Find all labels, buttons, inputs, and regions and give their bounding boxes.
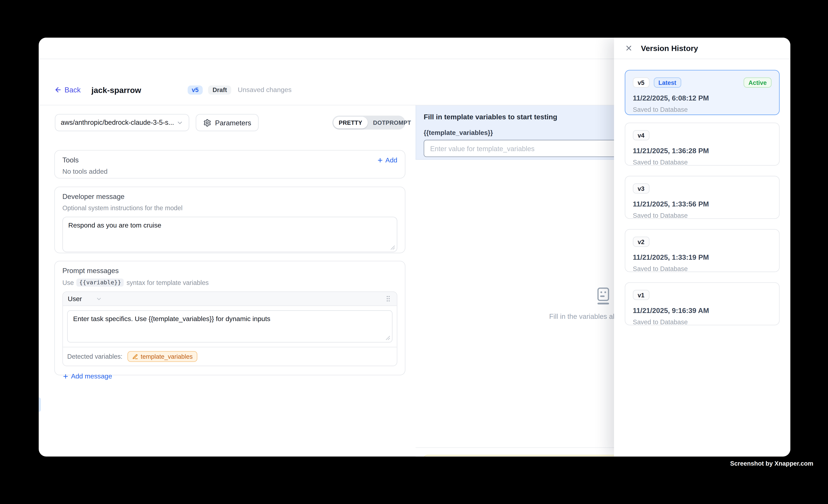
version-history-header: Version History (614, 38, 790, 59)
tools-empty-text: No tools added (62, 168, 397, 175)
edge-peek-element (39, 397, 41, 412)
add-tool-button[interactable]: Add (377, 156, 397, 164)
hint-suffix: syntax for template variables (126, 279, 208, 286)
variable-syntax-chip: {{variable}} (77, 279, 124, 287)
latest-badge: Latest (654, 77, 681, 87)
detected-variable-name: template_variables (141, 353, 193, 360)
version-number-badge: v2 (633, 237, 649, 247)
version-card-v4[interactable]: v4 11/21/2025, 1:36:28 PM Saved to Datab… (625, 123, 780, 166)
chevron-down-icon (176, 119, 183, 126)
add-message-button[interactable]: Add message (62, 373, 112, 380)
version-timestamp: 11/21/2025, 9:16:39 AM (633, 306, 772, 315)
add-tool-label: Add (385, 156, 398, 164)
draft-badge: Draft (208, 85, 231, 94)
detected-variable-chip[interactable]: template_variables (127, 351, 197, 362)
detected-variables-label: Detected variables: (67, 353, 123, 360)
role-select[interactable]: User (68, 295, 102, 302)
version-status: Saved to Database (633, 212, 772, 219)
developer-message-input[interactable]: Respond as you are tom cruise (63, 217, 397, 252)
page-title: jack-sparrow (91, 85, 141, 94)
version-timestamp: 11/21/2025, 1:33:19 PM (633, 253, 772, 261)
drag-handle-icon[interactable] (384, 295, 392, 303)
parameters-label: Parameters (215, 119, 251, 127)
prompt-messages-hint: Use {{variable}} syntax for template var… (62, 279, 397, 287)
version-status: Saved to Database (633, 106, 772, 114)
version-timestamp: 11/22/2025, 6:08:12 PM (633, 94, 772, 102)
arrow-left-icon (54, 86, 62, 93)
close-icon[interactable] (625, 44, 633, 52)
add-message-label: Add message (71, 373, 112, 380)
plus-icon (377, 157, 383, 163)
parameters-button[interactable]: Parameters (196, 114, 259, 131)
version-number-badge: v4 (633, 130, 649, 140)
chevron-down-icon (96, 295, 102, 302)
developer-message-subtitle: Optional system instructions for the mod… (62, 204, 397, 212)
version-card-v5[interactable]: v5 Latest Active 11/22/2025, 6:08:12 PM … (625, 70, 780, 115)
back-label: Back (65, 86, 81, 94)
watermark-text: Screenshot by Xnapper.com (730, 460, 813, 467)
tools-title: Tools (62, 156, 79, 164)
message-content-input[interactable]: Enter task specifics. Use {{template_var… (68, 311, 392, 342)
version-number-badge: v1 (633, 290, 649, 300)
active-badge: Active (744, 77, 772, 87)
version-status: Saved to Database (633, 159, 772, 166)
version-status: Saved to Database (633, 318, 772, 326)
unsaved-changes-label: Unsaved changes (238, 86, 291, 93)
back-button[interactable]: Back (54, 86, 81, 94)
version-number-badge: v3 (633, 183, 649, 194)
toggle-dotprompt[interactable]: DOTPROMPT (368, 117, 416, 129)
model-select-value: aws/anthropic/bedrock-claude-3-5-s... (61, 119, 176, 126)
version-card-v2[interactable]: v2 11/21/2025, 1:33:19 PM Saved to Datab… (625, 229, 780, 272)
detected-variables-row: Detected variables: template_variables (63, 347, 397, 366)
role-select-value: User (68, 295, 82, 302)
message-header: User (63, 292, 397, 306)
version-history-panel: Version History v5 Latest Active 11/22/2… (614, 38, 790, 457)
message-block: User Enter task specifics. Use {{templat… (62, 292, 397, 366)
version-timestamp: 11/21/2025, 1:33:56 PM (633, 200, 772, 208)
version-card-v3[interactable]: v3 11/21/2025, 1:33:56 PM Saved to Datab… (625, 176, 780, 219)
tools-card: Tools Add No tools added (54, 150, 406, 178)
page-header: Back jack-sparrow v5 Draft Unsaved chang… (54, 84, 292, 96)
robot-icon (596, 287, 610, 305)
version-status: Saved to Database (633, 265, 772, 273)
toggle-pretty[interactable]: PRETTY (333, 117, 368, 129)
version-badge: v5 (188, 85, 203, 94)
pencil-icon (132, 353, 138, 360)
prompt-messages-card: Prompt messages Use {{variable}} syntax … (54, 261, 406, 375)
gear-icon (203, 119, 211, 127)
plus-icon (62, 373, 69, 380)
app-window: Back jack-sparrow v5 Draft Unsaved chang… (39, 38, 790, 457)
hint-prefix: Use (62, 279, 74, 286)
developer-message-title: Developer message (62, 193, 397, 201)
version-card-v1[interactable]: v1 11/21/2025, 9:16:39 AM Saved to Datab… (625, 282, 780, 325)
version-number-badge: v5 (633, 77, 649, 87)
screenshot-stage: Back jack-sparrow v5 Draft Unsaved chang… (0, 0, 828, 504)
version-timestamp: 11/21/2025, 1:36:28 PM (633, 147, 772, 155)
model-select[interactable]: aws/anthropic/bedrock-claude-3-5-s... (55, 114, 189, 131)
version-history-title: Version History (641, 44, 698, 52)
format-toggle: PRETTY DOTPROMPT (332, 116, 406, 129)
prompt-messages-title: Prompt messages (62, 267, 397, 275)
developer-message-card: Developer message Optional system instru… (54, 186, 406, 253)
